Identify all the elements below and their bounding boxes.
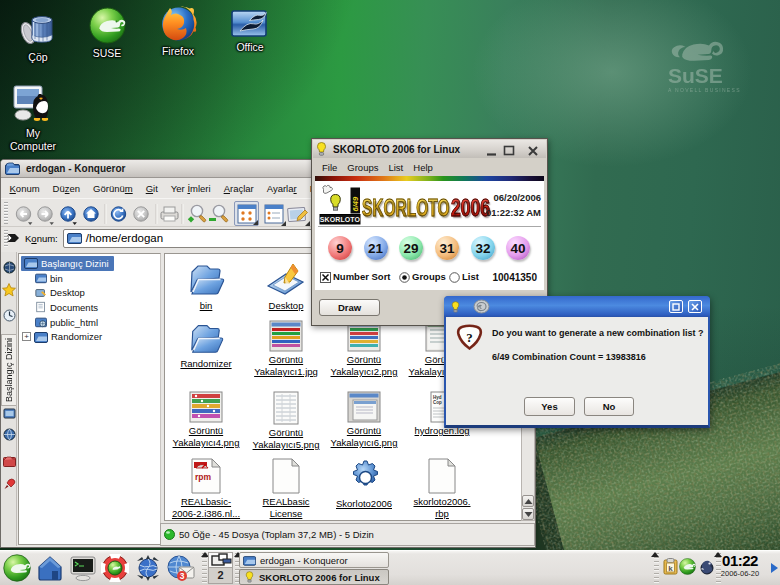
svg-text:A NOVELL BUSINESS: A NOVELL BUSINESS: [668, 87, 741, 93]
svg-text:?: ?: [466, 330, 473, 345]
svg-text:3: 3: [180, 571, 185, 581]
svg-text:6/49: 6/49: [351, 196, 360, 211]
svg-text:SKORLOTO: SKORLOTO: [320, 216, 361, 223]
svg-text:SuSE: SuSE: [668, 64, 723, 87]
svg-text:k: k: [668, 564, 673, 573]
svg-text:rpm: rpm: [195, 472, 212, 482]
svg-text:Cop: Cop: [433, 400, 442, 405]
